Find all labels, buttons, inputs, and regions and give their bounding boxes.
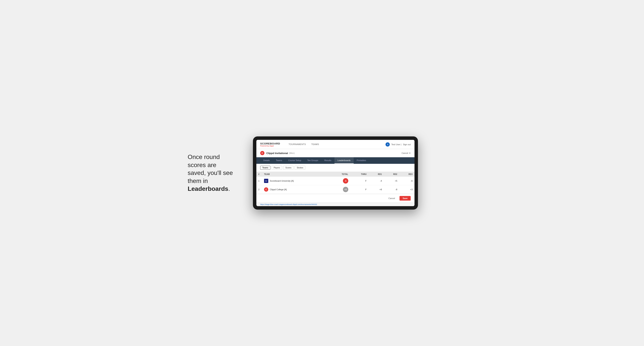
row2-total: +3 [328,185,350,194]
row2-team: C Clippd College [A] [262,185,328,194]
col-rd2: RD2 [384,172,399,177]
leaderboard-content: # TEAM TOTAL THRU RD1 RD2 RD3 1 [256,172,414,194]
col-total: TOTAL [328,172,350,177]
tablet-device: SCOREBOARD Powered by clippd TOURNAMENTS… [253,136,418,210]
save-button[interactable]: Save [400,196,411,201]
filter-teams[interactable]: Teams [260,166,270,170]
team1-name: Scoreboard University [A] [270,180,294,182]
tournament-name: Clippd Invitational [266,152,288,155]
row1-team: SU Scoreboard University [A] [262,177,328,185]
tournament-gender: (Men) [289,152,295,154]
left-line4: them in [188,177,208,184]
nav-links: TOURNAMENTS TEAMS [286,140,386,149]
avatar: S [386,142,390,147]
tab-printables[interactable]: Printables [354,157,369,164]
col-rd3: RD3 [399,172,414,177]
left-description: Once round scores are saved, you'll see … [188,153,242,193]
left-line3: saved, you'll see [188,169,233,176]
col-rank: # [256,172,262,177]
tournament-logo: C [260,151,264,155]
nav-right: S Test User | Sign out [386,142,411,147]
row1-rd3: -6 [399,177,414,185]
row1-total: -5 [328,177,350,185]
sub-tabs: Details Teams Course Setup Tee Groups Re… [256,157,414,164]
filter-strokes[interactable]: Strokes [294,166,305,170]
cancel-button[interactable]: Cancel [386,196,398,201]
footer: Cancel Save [256,194,414,202]
team1-logo: SU [264,179,268,183]
leaderboard-table: # TEAM TOTAL THRU RD1 RD2 RD3 1 [256,172,414,194]
cancel-x-button[interactable]: Cancel ✕ [402,152,411,155]
tab-teams[interactable]: Teams [273,157,285,164]
row1-score-badge: -5 [343,178,348,183]
user-name: Test User | [391,143,401,146]
row2-rank: 2 [256,185,262,194]
col-team: TEAM [262,172,328,177]
top-nav: SCOREBOARD Powered by clippd TOURNAMENTS… [256,140,414,149]
brand-title: SCOREBOARD [260,142,280,145]
table-header-row: # TEAM TOTAL THRU RD1 RD2 RD3 [256,172,414,177]
url-text: https://stage-blue-coach.stagescoreboard… [260,203,317,205]
tab-tee-groups[interactable]: Tee Groups [304,157,321,164]
col-thru: THRU [350,172,369,177]
tournament-header: C Clippd Invitational (Men) Cancel ✕ [256,149,414,157]
row2-rd1: +8 [368,185,384,194]
row1-rd2: +5 [384,177,399,185]
tab-leaderboards[interactable]: Leaderboards [334,157,354,164]
left-line5-bold: Leaderboards [188,185,228,192]
row2-thru: F [350,185,369,194]
brand: SCOREBOARD Powered by clippd [260,142,280,147]
left-line2: scores are [188,162,216,169]
tab-results[interactable]: Results [321,157,334,164]
table-row: 2 C Clippd College [A] +3 [256,185,414,194]
team2-logo: C [264,187,268,191]
col-rd1: RD1 [368,172,384,177]
left-line5-suffix: . [228,185,230,192]
sign-out-link[interactable]: Sign out [403,143,411,146]
filter-scores[interactable]: Scores [283,166,294,170]
filter-row: Teams Players Scores Strokes [256,164,414,172]
row1-rank: 1 [256,177,262,185]
row2-score-badge: +3 [343,187,348,192]
row2-rd2: -8 [384,185,399,194]
tab-course-setup[interactable]: Course Setup [285,157,304,164]
tab-details[interactable]: Details [260,157,273,164]
table-row: 1 SU Scoreboard University [A] -5 [256,177,414,185]
brand-subtitle: Powered by clippd [260,145,280,147]
team2-name: Clippd College [A] [270,188,287,191]
tablet-screen: SCOREBOARD Powered by clippd TOURNAMENTS… [256,140,414,206]
filter-players[interactable]: Players [272,166,282,170]
left-line1: Once round [188,154,220,160]
row2-rd3: +3 [399,185,414,194]
row1-thru: F [350,177,369,185]
nav-teams[interactable]: TEAMS [308,140,322,149]
nav-tournaments[interactable]: TOURNAMENTS [286,140,308,149]
row1-rd1: -4 [368,177,384,185]
url-bar: https://stage-blue-coach.stagescoreboard… [256,202,414,206]
